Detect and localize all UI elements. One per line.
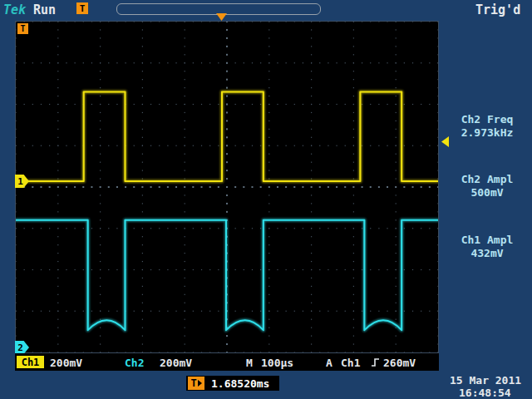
trigger-mode-label: A [326,357,332,369]
oscilloscope-display: Tek Run T Trig'd T 1 2 Ch2 Freq 2.973kHz… [0,0,532,399]
ch2-scale-value: 200mV [160,357,192,369]
ch1-scale-value: 200mV [50,357,82,369]
timebase-value: 100µs [261,357,293,369]
measurement-label: Ch2 Freq [442,113,532,126]
trigger-t-corner-badge: T [17,23,28,34]
tek-logo: Tek [3,2,26,17]
date-readout: 15 Mar 2011 [450,374,521,387]
trigger-t-badge: T [188,377,204,390]
measurement-label: Ch1 Ampl [442,234,532,247]
acquisition-state: Run [33,2,56,17]
measurement-value: 432mV [442,247,532,260]
ch2-scale-label: Ch2 [125,357,144,369]
trigger-level-value: 260mV [383,357,416,369]
right-arrow-icon [198,380,202,387]
horizontal-position-value: 1.68520ms [211,377,269,390]
time-readout: 16:48:54 [459,387,511,399]
trigger-marker-badge: T [76,2,88,14]
graticule-screen [15,21,439,353]
measurement-value: 500mV [442,186,532,200]
trigger-position-icon [216,13,227,21]
timebase-label: M [246,357,253,369]
waveform-svg [16,22,438,352]
ch1-scale-badge: Ch1 [17,356,44,368]
rising-edge-icon [371,357,380,368]
trigger-status: Trig'd [475,2,520,17]
trigger-source: Ch1 [341,357,360,369]
measurement-label: Ch2 Ampl [442,173,532,186]
measurement-value: 2.973kHz [442,126,532,140]
horizontal-position-readout: T 1.68520ms [186,376,279,391]
ch2-trace [16,220,438,330]
record-view-bar [116,3,321,15]
